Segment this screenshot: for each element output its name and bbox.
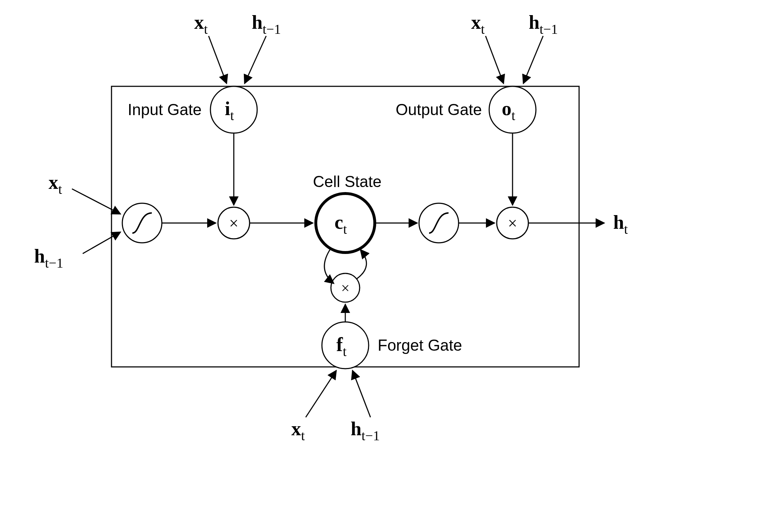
multiply-icon: × <box>508 214 517 232</box>
hprev-label-top-left: ht−1 <box>252 12 281 37</box>
xt-label-top-left: xt <box>194 12 208 37</box>
cell-state-label: Cell State <box>313 173 382 190</box>
hprev-label-left: ht−1 <box>34 245 63 270</box>
xt-label-bottom: xt <box>291 418 305 443</box>
multiply-icon: × <box>341 280 350 296</box>
hprev-label-bottom: ht−1 <box>351 418 380 443</box>
xt-label-top-right: xt <box>471 12 485 37</box>
arrow-ct-to-forgetmult <box>324 248 334 283</box>
multiply-icon: × <box>229 214 238 232</box>
arrow-hprev-to-ft <box>352 370 370 417</box>
multiply-node-forget: × <box>331 273 360 302</box>
ht-label-right: ht <box>613 212 628 237</box>
svg-point-0 <box>122 203 162 243</box>
multiply-node-input: × <box>218 207 250 239</box>
hprev-label-top-right: ht−1 <box>529 12 558 37</box>
arrow-xt-to-sigmoid <box>72 189 120 214</box>
arrow-xt-to-it <box>209 36 227 83</box>
arrow-hprev-to-sigmoid <box>83 232 120 254</box>
sigmoid-right-node <box>419 203 459 243</box>
output-gate-label: Output Gate <box>396 101 482 118</box>
lstm-diagram: xt ht−1 xt ht−1 Input Gate it Output Gat… <box>0 0 760 532</box>
xt-label-left: xt <box>49 172 62 197</box>
input-gate-label: Input Gate <box>128 101 201 118</box>
arrow-hprev-to-it <box>245 36 266 83</box>
sigmoid-left-node <box>122 203 162 243</box>
multiply-node-output: × <box>497 207 528 239</box>
arrow-xt-to-ot <box>486 36 504 83</box>
forget-gate-label: Forget Gate <box>378 336 462 354</box>
arrow-forgetmult-to-ct <box>357 250 367 279</box>
arrow-xt-to-ft <box>306 370 336 417</box>
arrow-hprev-to-ot <box>523 36 543 83</box>
svg-point-2 <box>419 203 459 243</box>
